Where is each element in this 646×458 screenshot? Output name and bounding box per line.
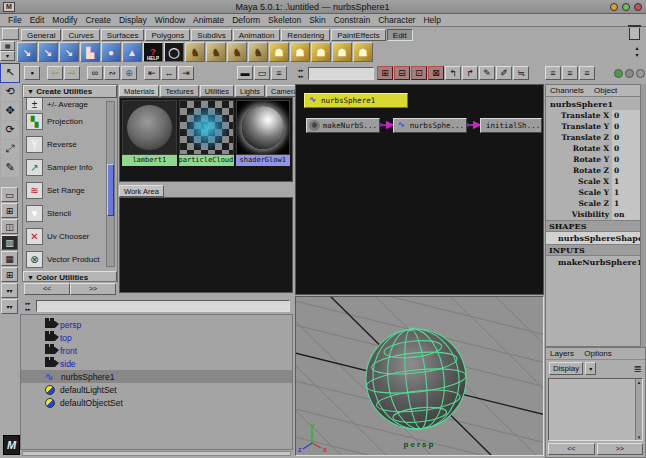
layout-grid-button[interactable]: ⊞ <box>1 267 18 282</box>
menu-file[interactable]: File <box>4 15 26 25</box>
menu-animate[interactable]: Animate <box>189 15 228 25</box>
shelf-tab-surfaces[interactable]: Surfaces <box>101 29 145 41</box>
channel-value[interactable]: 0 <box>612 110 642 121</box>
create-bar-prev-button[interactable]: << <box>24 283 70 295</box>
hg-reorient-icon[interactable]: ↱ <box>462 66 478 80</box>
menu-object[interactable]: Object <box>594 86 617 95</box>
hs-split-icon[interactable]: ≡ <box>271 66 287 80</box>
layout-outliner-persp-button[interactable]: ▦ <box>1 251 18 266</box>
outliner-item-top[interactable]: top <box>21 331 292 344</box>
channel-value[interactable]: 0 <box>612 143 642 154</box>
layout-mini-buttons-2[interactable]: ▾▾ <box>1 299 18 314</box>
tab-textures[interactable]: Textures <box>160 85 198 97</box>
shelf-tool-icon-16[interactable]: ☗ <box>332 42 352 62</box>
menu-options[interactable]: Options <box>584 349 612 358</box>
shelf-scroll-down-icon[interactable]: ▾ <box>632 52 642 59</box>
scale-tool-icon[interactable]: ⤢ <box>1 140 19 158</box>
cbx-hyperbolic-icon[interactable] <box>636 69 645 78</box>
outliner-item-defaultlightset[interactable]: defaultLightSet <box>21 383 292 396</box>
layout-single-pane-button[interactable]: ▭ <box>1 187 18 202</box>
cbx-list-icon-2[interactable]: ≡ <box>562 66 578 80</box>
layout-four-pane-button[interactable]: ⊞ <box>1 203 18 218</box>
shelf-tab-general[interactable]: General <box>21 29 61 41</box>
channel-row[interactable]: Scale Y1 <box>546 187 645 198</box>
maximize-button[interactable] <box>622 3 630 11</box>
channel-value[interactable]: 0 <box>612 121 642 132</box>
channel-value[interactable]: 1 <box>612 198 642 209</box>
shelf-tab-edit[interactable]: Edit <box>387 29 413 41</box>
create-bar-scrollbar[interactable] <box>106 101 115 267</box>
input-node-name[interactable]: makeNurbSphere1 <box>546 256 645 268</box>
trash-icon[interactable] <box>629 28 640 40</box>
channel-row[interactable]: Translate Y0 <box>546 121 645 132</box>
shelf-tool-icon-14[interactable]: ☗ <box>290 42 310 62</box>
shape-name[interactable]: nurbsSphereShape1 <box>546 232 645 244</box>
hg-scene-hierarchy-icon[interactable]: ⊞ <box>377 66 393 80</box>
menu-edit[interactable]: Edit <box>26 15 49 25</box>
shelf-tab-polygons[interactable]: Polygons <box>145 29 190 41</box>
create-item-uv-chooser[interactable]: ✕ Uv Chooser <box>23 225 117 248</box>
scroll-up-icon[interactable]: ▴ <box>636 379 642 385</box>
menu-channels[interactable]: Channels <box>550 86 584 95</box>
shelf-tool-icon-17[interactable]: ☗ <box>353 42 373 62</box>
create-item-stencil[interactable]: ▼ Stencil <box>23 202 117 225</box>
perspective-viewport[interactable]: y z x persp <box>295 296 544 456</box>
cbx-list-icon-3[interactable]: ≡ <box>579 66 595 80</box>
shelf-scroll-up-icon[interactable]: ▴ <box>632 45 642 52</box>
hs-back-icon[interactable]: ⇦ <box>47 66 63 80</box>
shelf-tool-icon-4[interactable]: ▙ <box>80 42 100 62</box>
shelf-tool-icon-3[interactable]: ↘ <box>59 42 79 62</box>
shelf-tool-icon-13[interactable]: ☗ <box>269 42 289 62</box>
material-swatch-shaderglow1[interactable]: shaderGlow1 <box>236 100 291 179</box>
color-utilities-header[interactable]: ▼ Color Utilities <box>23 271 117 282</box>
shelf-tool-icon-2[interactable]: ↘ <box>38 42 58 62</box>
hs-inout-connections-icon[interactable]: ↔ <box>161 66 177 80</box>
hs-link-icon[interactable]: ∞ <box>87 66 103 80</box>
shelf-tool-icon-10[interactable]: ♞ <box>206 42 226 62</box>
shelf-tab-animation[interactable]: Animation <box>233 29 281 41</box>
channel-row[interactable]: Rotate Y0 <box>546 154 645 165</box>
hs-chain-icon[interactable]: ∾ <box>104 66 120 80</box>
hg-graph-down-icon[interactable]: ⊠ <box>428 66 444 80</box>
hs-network-icon[interactable]: ⊕ <box>121 66 137 80</box>
shelf-tab-subdivs[interactable]: Subdivs <box>191 29 231 41</box>
hg-input-output-icon[interactable]: ⊟ <box>394 66 410 80</box>
material-swatch-lambert1[interactable]: lambert1 <box>122 100 177 179</box>
menu-layers[interactable]: Layers <box>550 349 574 358</box>
cbx-speed-icon[interactable] <box>625 69 634 78</box>
layout-mini-buttons-1[interactable]: ▾▾ <box>1 283 18 298</box>
manipulator-tool-icon[interactable]: ✎ <box>1 159 19 177</box>
shelf-scroll-arrows[interactable]: ▴ ▾ <box>632 45 642 59</box>
scrollbar-thumb[interactable] <box>107 164 114 216</box>
menu-window[interactable]: Window <box>151 15 189 25</box>
hs-top-only-icon[interactable]: ▬ <box>237 66 253 80</box>
move-tool-icon[interactable]: ✥ <box>1 102 19 120</box>
channel-value[interactable]: 0 <box>612 154 642 165</box>
layers-scrollbar[interactable]: ▴ ▾ <box>635 379 642 440</box>
channel-row[interactable]: Scale Z1 <box>546 198 645 209</box>
outliner-item-nurbssphere1[interactable]: ∿nurbsSphere1 <box>21 370 292 383</box>
outliner-horizontal-scrollbar[interactable] <box>22 451 291 456</box>
node-initialshadinggroup[interactable]: initialSh... <box>480 118 542 133</box>
node-nurbsspheshape[interactable]: ∿ nurbsSphe... <box>393 118 467 133</box>
layers-next-button[interactable]: >> <box>597 443 644 455</box>
shelf-tab-menu-button[interactable] <box>2 28 19 40</box>
select-tool-icon[interactable]: ↖ <box>1 64 19 82</box>
menu-skeleton[interactable]: Skeleton <box>264 15 305 25</box>
create-utilities-header[interactable]: ▼ Create Utilities <box>23 85 117 98</box>
menu-display[interactable]: Display <box>115 15 151 25</box>
shelf-tool-icon-8[interactable]: ◯ <box>164 42 184 62</box>
lasso-tool-icon[interactable]: ⟲ <box>1 83 19 101</box>
shelf-grid-icon[interactable]: ▦ <box>0 41 15 51</box>
dropdown-arrow-icon[interactable]: ▾ <box>585 362 596 375</box>
tab-lights[interactable]: Lights <box>235 85 265 97</box>
hs-forward-icon[interactable]: ⇨ <box>64 66 80 80</box>
channel-row[interactable]: Rotate X0 <box>546 143 645 154</box>
outliner-item-side[interactable]: side <box>21 357 292 370</box>
menu-character[interactable]: Character <box>374 15 419 25</box>
cbx-list-icon-1[interactable]: ≡ <box>545 66 561 80</box>
channel-value[interactable]: 0 <box>612 132 642 143</box>
outliner-mini-icon[interactable]: ▸▸ <box>22 306 34 312</box>
rotate-tool-icon[interactable]: ⟳ <box>1 121 19 139</box>
channel-value[interactable]: 1 <box>612 187 642 198</box>
